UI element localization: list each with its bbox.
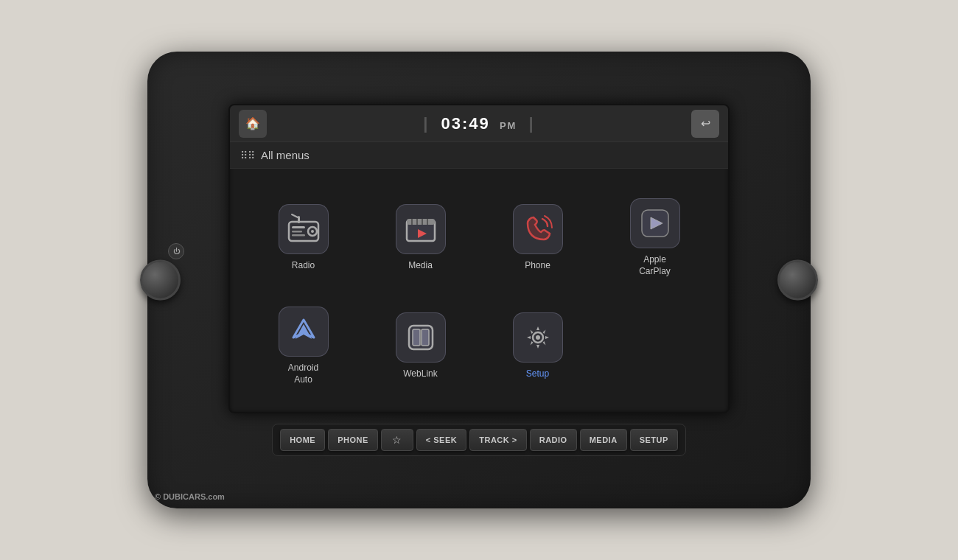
app-item-android[interactable]: Android Auto bbox=[245, 292, 362, 400]
svg-point-24 bbox=[536, 335, 540, 340]
svg-rect-4 bbox=[292, 231, 302, 233]
radio-icon-bg bbox=[279, 204, 329, 254]
svg-line-7 bbox=[292, 214, 298, 217]
radio-physical-button[interactable]: RADIO bbox=[530, 429, 577, 451]
home-physical-button[interactable]: HOME bbox=[280, 429, 325, 451]
setup-icon-bg bbox=[513, 312, 563, 363]
media-icon-bg bbox=[396, 204, 446, 254]
grid-menu-icon: ⠿⠿ bbox=[240, 150, 255, 161]
svg-rect-20 bbox=[413, 329, 420, 346]
app-grid: Radio Media bbox=[230, 169, 728, 413]
tuner-knob[interactable] bbox=[777, 260, 818, 301]
car-infotainment-unit: ⏻ 🏠 | 03:49 PM | ↩ ⠿⠿ All menus bbox=[147, 52, 811, 508]
weblink-icon bbox=[403, 320, 438, 355]
favorites-button[interactable]: ☆ bbox=[381, 429, 413, 451]
carplay-icon-bg bbox=[630, 198, 680, 248]
time-separator-left: | bbox=[423, 114, 429, 133]
volume-knob[interactable] bbox=[140, 260, 181, 301]
physical-buttons-row: HOME PHONE ☆ < SEEK TRACK > RADIO MEDIA … bbox=[272, 424, 686, 456]
track-forward-button[interactable]: TRACK > bbox=[469, 429, 526, 451]
svg-point-2 bbox=[311, 230, 314, 233]
power-button[interactable]: ⏻ bbox=[168, 243, 184, 259]
watermark: © DUBICARS.com bbox=[155, 492, 225, 501]
phone-icon-bg bbox=[513, 204, 563, 254]
time-separator-right: | bbox=[529, 114, 535, 133]
svg-rect-21 bbox=[422, 329, 429, 346]
phone-icon bbox=[520, 211, 556, 247]
app-item-empty bbox=[596, 292, 713, 400]
android-icon-bg bbox=[279, 307, 329, 357]
radio-icon bbox=[286, 211, 321, 247]
svg-rect-5 bbox=[292, 234, 305, 237]
app-item-setup[interactable]: Setup bbox=[479, 292, 596, 400]
svg-rect-3 bbox=[292, 226, 305, 228]
weblink-icon-bg bbox=[396, 312, 446, 363]
infotainment-screen: 🏠 | 03:49 PM | ↩ ⠿⠿ All menus bbox=[228, 104, 730, 413]
app-item-media[interactable]: Media bbox=[362, 183, 479, 292]
app-item-radio[interactable]: Radio bbox=[245, 183, 362, 292]
seek-back-button[interactable]: < SEEK bbox=[416, 429, 466, 451]
setup-icon bbox=[520, 320, 556, 355]
app-item-carplay[interactable]: Apple CarPlay bbox=[596, 183, 713, 292]
carplay-icon bbox=[637, 206, 673, 241]
phone-label: Phone bbox=[525, 260, 550, 272]
screen-subheader: ⠿⠿ All menus bbox=[230, 142, 728, 169]
time-value: 03:49 bbox=[441, 114, 490, 133]
home-icon: 🏠 bbox=[245, 116, 260, 130]
radio-label: Radio bbox=[292, 260, 315, 272]
carplay-label: Apple CarPlay bbox=[639, 254, 671, 277]
app-item-weblink[interactable]: WebLink bbox=[362, 292, 479, 400]
weblink-label: WebLink bbox=[403, 368, 437, 380]
setup-physical-button[interactable]: SETUP bbox=[630, 429, 678, 451]
setup-label: Setup bbox=[526, 368, 549, 380]
menu-title: All menus bbox=[261, 149, 310, 161]
media-label: Media bbox=[408, 260, 433, 272]
media-icon bbox=[403, 211, 438, 247]
time-display: | 03:49 PM | bbox=[267, 114, 691, 133]
screen-header: 🏠 | 03:49 PM | ↩ bbox=[230, 105, 728, 142]
home-button-screen[interactable]: 🏠 bbox=[239, 110, 267, 138]
android-label: Android Auto bbox=[288, 363, 318, 385]
svg-rect-9 bbox=[407, 219, 435, 225]
back-button-screen[interactable]: ↩ bbox=[691, 110, 719, 138]
phone-physical-button[interactable]: PHONE bbox=[328, 429, 378, 451]
android-icon bbox=[286, 314, 321, 349]
back-icon: ↩ bbox=[701, 116, 710, 130]
time-ampm: PM bbox=[500, 120, 517, 131]
app-item-phone[interactable]: Phone bbox=[479, 183, 596, 292]
media-physical-button[interactable]: MEDIA bbox=[580, 429, 627, 451]
